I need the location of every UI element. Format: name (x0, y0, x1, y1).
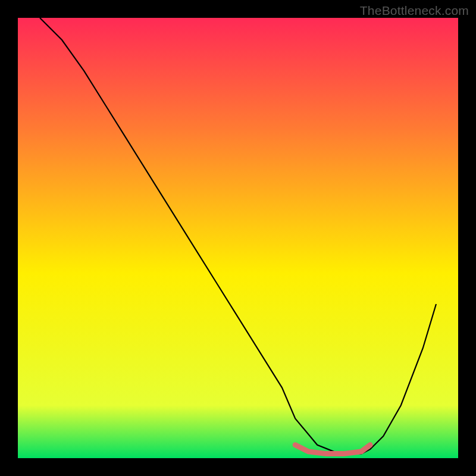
bottleneck-chart (0, 0, 476, 476)
watermark-text: TheBottleneck.com (360, 4, 469, 18)
chart-background (18, 18, 458, 458)
